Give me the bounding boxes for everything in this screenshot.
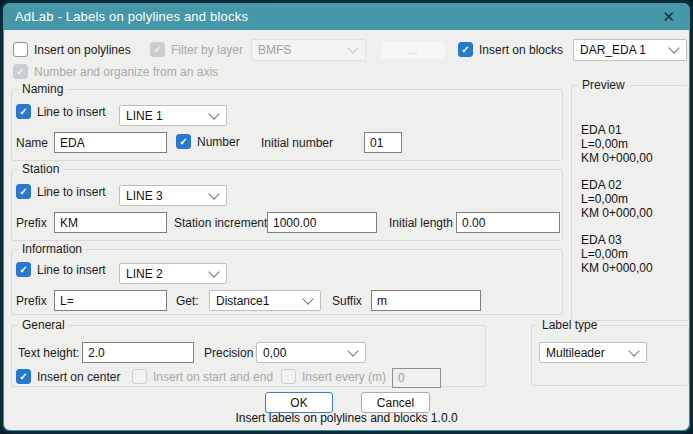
preview-block: EDA 02 L=0,00m KM 0+000,00 bbox=[581, 178, 653, 220]
checkbox-box[interactable] bbox=[16, 262, 31, 277]
group-title: Preview bbox=[578, 78, 629, 92]
preview-block: EDA 03 L=0,00m KM 0+000,00 bbox=[581, 233, 653, 275]
initial-length-label: Initial length bbox=[389, 216, 453, 230]
filter-by-layer-checkbox: Filter by layer bbox=[150, 42, 243, 57]
title-bar: AdLab - Labels on polylines and blocks ✕ bbox=[3, 3, 690, 30]
name-input[interactable] bbox=[54, 132, 167, 153]
checkbox-box[interactable] bbox=[16, 104, 31, 119]
group-title: Station bbox=[18, 162, 63, 176]
station-line-select[interactable]: LINE 3 bbox=[119, 185, 227, 206]
initial-number-input[interactable] bbox=[364, 132, 402, 153]
checkbox-box[interactable] bbox=[458, 42, 473, 57]
text-height-input[interactable] bbox=[82, 342, 194, 363]
chevron-down-icon bbox=[208, 188, 219, 199]
group-title: Information bbox=[18, 242, 86, 256]
label-type-select[interactable]: Multileader bbox=[539, 342, 647, 363]
suffix-input[interactable] bbox=[371, 290, 481, 311]
station-prefix-input[interactable] bbox=[54, 212, 167, 233]
checkbox-box[interactable] bbox=[176, 134, 191, 149]
preview-group: Preview EDA 01 L=0,00m KM 0+000,00 EDA 0… bbox=[571, 85, 689, 321]
station-increment-label: Station increment bbox=[174, 216, 267, 230]
name-label: Name bbox=[16, 136, 48, 150]
chevron-down-icon bbox=[628, 345, 639, 356]
label-type-group: Label type Multileader bbox=[531, 325, 689, 386]
chevron-down-icon bbox=[668, 42, 679, 53]
station-line-to-insert-checkbox[interactable]: Line to insert bbox=[16, 184, 106, 199]
insert-on-polylines-checkbox[interactable]: Insert on polylines bbox=[13, 42, 131, 57]
window-title: AdLab - Labels on polylines and blocks bbox=[15, 9, 248, 24]
checkbox-box bbox=[281, 369, 296, 384]
station-group: Station Line to insert LINE 3 Prefix Sta… bbox=[11, 169, 563, 241]
close-icon[interactable]: ✕ bbox=[659, 9, 678, 24]
information-line-to-insert-checkbox[interactable]: Line to insert bbox=[16, 262, 106, 277]
initial-number-label: Initial number bbox=[261, 136, 333, 150]
browse-layers-button: ... bbox=[380, 40, 446, 60]
group-title: General bbox=[18, 318, 69, 332]
station-prefix-label: Prefix bbox=[16, 216, 47, 230]
group-title: Naming bbox=[18, 82, 67, 96]
get-select[interactable]: Distance1 bbox=[209, 290, 321, 311]
get-label: Get: bbox=[176, 294, 199, 308]
chevron-down-icon bbox=[347, 42, 358, 53]
naming-line-select[interactable]: LINE 1 bbox=[119, 105, 227, 126]
number-checkbox[interactable]: Number bbox=[176, 134, 240, 149]
cancel-button[interactable]: Cancel bbox=[361, 392, 430, 413]
general-group: General Text height: Precision 0,00 Inse… bbox=[11, 325, 486, 387]
information-line-select[interactable]: LINE 2 bbox=[119, 263, 227, 284]
insert-every-checkbox: Insert every (m) bbox=[281, 369, 386, 384]
adlab-dialog: AdLab - Labels on polylines and blocks ✕… bbox=[0, 0, 693, 434]
chevron-down-icon bbox=[208, 266, 219, 277]
insert-on-blocks-checkbox[interactable]: Insert on blocks bbox=[458, 42, 563, 57]
status-text: Insert labels on polylines and blocks 1.… bbox=[3, 411, 690, 425]
ok-button[interactable]: OK bbox=[265, 392, 333, 413]
information-prefix-input[interactable] bbox=[54, 290, 167, 311]
checkbox-box bbox=[150, 42, 165, 57]
information-prefix-label: Prefix bbox=[16, 294, 47, 308]
precision-label: Precision bbox=[204, 346, 253, 360]
checkbox-box bbox=[13, 64, 28, 79]
initial-length-input[interactable] bbox=[456, 212, 560, 233]
station-increment-input[interactable] bbox=[267, 212, 377, 233]
chevron-down-icon bbox=[347, 345, 358, 356]
chevron-down-icon bbox=[302, 293, 313, 304]
preview-block: EDA 01 L=0,00m KM 0+000,00 bbox=[581, 123, 653, 165]
chevron-down-icon bbox=[208, 108, 219, 119]
text-height-label: Text height: bbox=[18, 346, 79, 360]
naming-group: Naming Line to insert LINE 1 Name Number… bbox=[11, 89, 563, 161]
block-select[interactable]: DAR_EDA 1 bbox=[573, 39, 687, 61]
insert-start-end-checkbox: Insert on start and end bbox=[132, 369, 273, 384]
suffix-label: Suffix bbox=[332, 294, 362, 308]
number-organize-axis-checkbox: Number and organize from an axis bbox=[13, 64, 218, 79]
checkbox-box[interactable] bbox=[16, 369, 31, 384]
layer-select: BMFS bbox=[251, 39, 366, 61]
precision-select[interactable]: 0,00 bbox=[256, 342, 366, 363]
checkbox-box[interactable] bbox=[13, 42, 28, 57]
naming-line-to-insert-checkbox[interactable]: Line to insert bbox=[16, 104, 106, 119]
insert-every-input bbox=[392, 368, 441, 388]
checkbox-box bbox=[132, 369, 147, 384]
information-group: Information Line to insert LINE 2 Prefix… bbox=[11, 249, 563, 315]
preview-content: EDA 01 L=0,00m KM 0+000,00 EDA 02 L=0,00… bbox=[581, 123, 653, 288]
insert-on-center-checkbox[interactable]: Insert on center bbox=[16, 369, 120, 384]
checkbox-box[interactable] bbox=[16, 184, 31, 199]
